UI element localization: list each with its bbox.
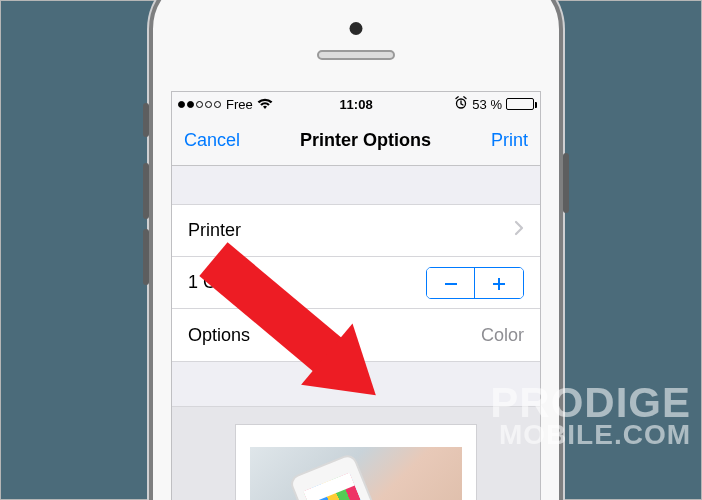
signal-strength-icon	[178, 101, 221, 108]
preview-page[interactable]	[236, 425, 476, 500]
copies-stepper	[426, 267, 524, 299]
volume-down-button	[143, 229, 149, 285]
status-bar: Free 11:08 53 %	[172, 92, 540, 116]
options-value: Color	[481, 325, 524, 346]
preview-image	[250, 447, 462, 500]
options-label: Options	[188, 325, 250, 346]
chevron-right-icon	[514, 220, 524, 241]
clock-label: 11:08	[339, 97, 372, 112]
phone-screen: Free 11:08 53 % Cancel Printer Options P…	[171, 91, 541, 500]
spacer	[172, 166, 540, 204]
carrier-label: Free	[226, 97, 253, 112]
copies-label: 1 Copy	[188, 272, 245, 293]
plus-icon	[491, 276, 507, 292]
nav-bar: Cancel Printer Options Print	[172, 116, 540, 166]
copies-row: 1 Copy	[172, 257, 540, 309]
battery-percent-label: 53 %	[472, 97, 502, 112]
svg-rect-3	[498, 278, 500, 290]
power-button	[563, 153, 569, 213]
cancel-button[interactable]: Cancel	[184, 130, 240, 151]
battery-icon	[506, 98, 534, 110]
minus-icon	[443, 276, 459, 292]
options-row[interactable]: Options Color	[172, 309, 540, 361]
print-button[interactable]: Print	[491, 130, 528, 151]
wifi-icon	[257, 98, 273, 110]
printer-label: Printer	[188, 220, 241, 241]
phone-body: Free 11:08 53 % Cancel Printer Options P…	[149, 0, 563, 500]
phone-speaker	[317, 50, 395, 60]
alarm-icon	[454, 96, 468, 112]
volume-up-button	[143, 163, 149, 219]
copies-increment-button[interactable]	[475, 268, 523, 299]
options-list: Printer 1 Copy	[172, 204, 540, 362]
svg-rect-1	[445, 283, 457, 285]
screenshot-frame: Free 11:08 53 % Cancel Printer Options P…	[0, 0, 702, 500]
copies-decrement-button[interactable]	[427, 268, 475, 299]
page-title: Printer Options	[300, 130, 431, 151]
printer-row[interactable]: Printer	[172, 205, 540, 257]
print-preview-area	[172, 406, 540, 500]
mute-switch	[143, 103, 149, 137]
